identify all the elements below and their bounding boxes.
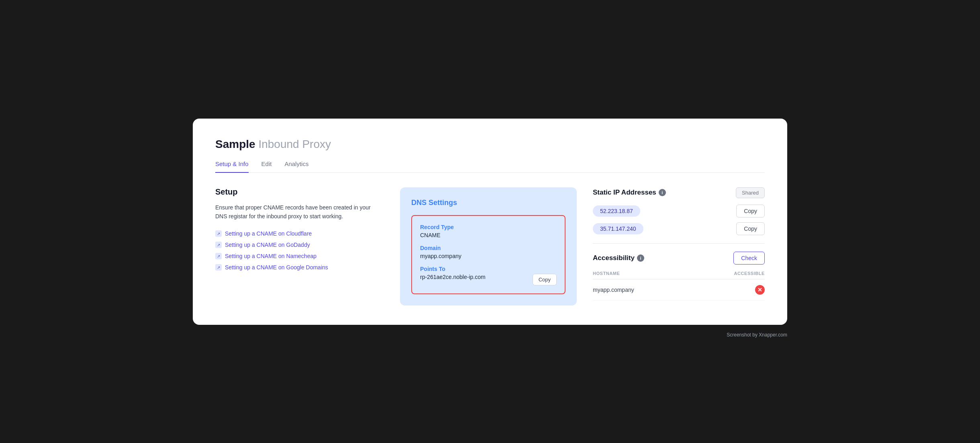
tab-analytics[interactable]: Analytics (284, 160, 308, 173)
row-hostname: myapp.company (593, 287, 634, 293)
setup-title: Setup (215, 187, 384, 197)
content-area: Setup Ensure that proper CNAME records h… (215, 187, 765, 306)
accessibility-header: Accessibility i Check (593, 252, 765, 265)
static-ip-title: Static IP Addresses i (593, 189, 666, 197)
right-panel: Static IP Addresses i Shared 52.223.18.8… (593, 187, 765, 306)
table-header: HOSTNAME ACCESSIBLE (593, 271, 765, 279)
points-to-field: Points To rp-261ae2ce.noble-ip.com Copy (420, 266, 557, 285)
accessibility-info-icon[interactable]: i (637, 254, 644, 262)
left-panel: Setup Ensure that proper CNAME records h… (215, 187, 384, 306)
hostname-column-header: HOSTNAME (593, 271, 620, 276)
external-link-icon (215, 242, 222, 248)
accessibility-table: HOSTNAME ACCESSIBLE myapp.company ✕ (593, 271, 765, 301)
not-accessible-icon: ✕ (755, 285, 765, 295)
domain-field: Domain myapp.company (420, 245, 557, 259)
ip-address-2: 35.71.147.240 (593, 223, 643, 234)
page-title: Sample Inbound Proxy (215, 138, 765, 151)
accessible-column-header: ACCESSIBLE (734, 271, 765, 276)
points-to-value: rp-261ae2ce.noble-ip.com (420, 274, 486, 280)
list-item[interactable]: Setting up a CNAME on Google Domains (215, 264, 384, 271)
static-ip-header: Static IP Addresses i Shared (593, 187, 765, 198)
points-to-row: rp-261ae2ce.noble-ip.com Copy (420, 274, 557, 285)
shared-badge: Shared (736, 187, 765, 198)
domain-value: myapp.company (420, 253, 557, 259)
list-item[interactable]: Setting up a CNAME on Cloudflare (215, 230, 384, 237)
external-link-icon (215, 230, 222, 237)
copy-points-to-button[interactable]: Copy (533, 274, 557, 285)
table-row: myapp.company ✕ (593, 279, 765, 301)
setup-description: Ensure that proper CNAME records have be… (215, 203, 384, 221)
points-to-label: Points To (420, 266, 557, 272)
list-item[interactable]: Setting up a CNAME on GoDaddy (215, 242, 384, 248)
record-type-value: CNAME (420, 232, 557, 238)
static-ip-info-icon[interactable]: i (659, 189, 666, 196)
list-item[interactable]: Setting up a CNAME on Namecheap (215, 253, 384, 259)
external-link-icon (215, 253, 222, 259)
tab-edit[interactable]: Edit (261, 160, 272, 173)
check-button[interactable]: Check (733, 252, 765, 265)
record-type-label: Record Type (420, 224, 557, 230)
screenshot-credit: Screenshot by Xnapper.com (727, 332, 787, 338)
ip-address-1: 52.223.18.87 (593, 205, 640, 217)
dns-card: DNS Settings Record Type CNAME Domain my… (400, 187, 577, 306)
accessibility-title: Accessibility i (593, 254, 644, 262)
external-link-icon (215, 264, 222, 271)
ip-row-2: 35.71.147.240 Copy (593, 222, 765, 235)
dns-panel: DNS Settings Record Type CNAME Domain my… (400, 187, 577, 306)
record-type-field: Record Type CNAME (420, 224, 557, 238)
ip-row-1: 52.223.18.87 Copy (593, 205, 765, 217)
tab-setup-info[interactable]: Setup & Info (215, 160, 249, 173)
divider (593, 243, 765, 244)
main-window: Sample Inbound Proxy Setup & Info Edit A… (193, 119, 787, 325)
dns-settings-box: Record Type CNAME Domain myapp.company P… (411, 215, 566, 294)
domain-label: Domain (420, 245, 557, 251)
copy-ip2-button[interactable]: Copy (736, 222, 765, 235)
link-list: Setting up a CNAME on Cloudflare Setting… (215, 230, 384, 271)
tab-bar: Setup & Info Edit Analytics (215, 160, 765, 173)
copy-ip1-button[interactable]: Copy (736, 205, 765, 217)
dns-title: DNS Settings (411, 199, 566, 207)
